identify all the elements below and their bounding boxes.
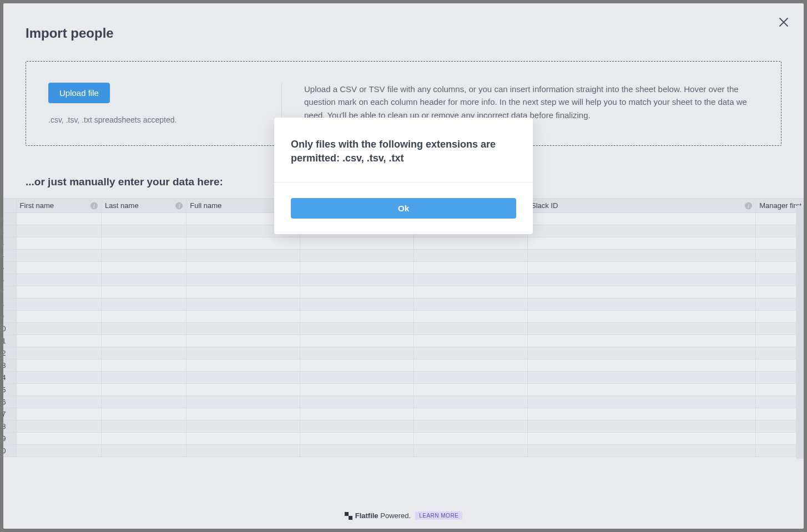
alert-dialog: Only files with the following extensions… [274, 118, 533, 234]
alert-message: Only files with the following extensions… [291, 138, 516, 165]
import-modal: Import people Upload file .csv, .tsv, .t… [3, 3, 804, 529]
alert-overlay: Only files with the following extensions… [3, 3, 804, 529]
alert-ok-button[interactable]: Ok [291, 198, 516, 219]
